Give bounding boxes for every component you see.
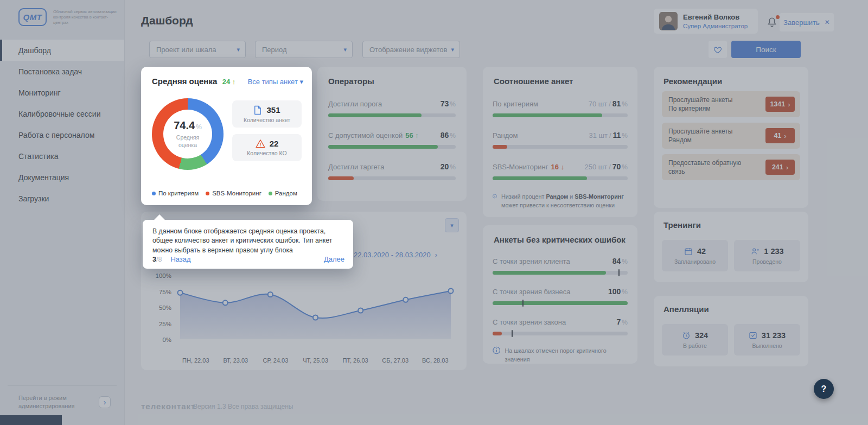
card-title: Средняя оценка: [152, 77, 217, 86]
donut-legend: По критериям SBS-Мониторинг Рандом: [152, 190, 297, 196]
donut-label: Средняя оценка: [170, 134, 205, 149]
average-score-donut-chart: 74.4% Средняя оценка: [152, 98, 224, 170]
stat-value: 22: [270, 139, 279, 148]
tour-step-current: 3: [152, 256, 156, 263]
legend-dot-red: [206, 192, 209, 195]
document-icon: [253, 105, 262, 115]
tour-dim-overlay: [0, 0, 868, 425]
donut-center: 74.4% Средняя оценка: [163, 110, 212, 158]
stat-label: Количество анкет: [244, 117, 290, 123]
tour-step-total: /8: [156, 256, 162, 263]
tour-tooltip: В данном блоке отображается средняя оцен…: [143, 220, 353, 269]
donut-value: 74.4%: [174, 119, 202, 132]
tour-next-link[interactable]: Далее: [324, 255, 344, 263]
average-score-title-group: Средняя оценка 24 ↑: [152, 77, 235, 86]
legend-item-random: Рандом: [269, 190, 297, 196]
type-filter-value: Все типы анкет: [248, 78, 298, 86]
legend-dot-green: [269, 192, 272, 195]
tour-back-link[interactable]: Назад: [170, 255, 190, 263]
app-root: QMT Облачный сервис автоматизации контро…: [0, 0, 868, 425]
questionnaire-type-filter[interactable]: Все типы анкет ▾: [248, 78, 303, 86]
average-score-head: Средняя оценка 24 ↑ Все типы анкет ▾: [141, 67, 312, 86]
questionnaire-count-stat: 351 Количество анкет: [232, 100, 302, 128]
tour-tooltip-footer: 3 /8 Назад Далее: [152, 255, 344, 263]
tour-tooltip-text: В данном блоке отображается средняя оцен…: [143, 220, 353, 255]
legend-item-criteria: По критериям: [152, 190, 199, 196]
chevron-down-icon: ▾: [299, 78, 303, 86]
warning-icon: [256, 139, 265, 148]
arrow-up-icon: ↑: [232, 78, 236, 86]
average-score-card: Средняя оценка 24 ↑ Все типы анкет ▾ 74.…: [141, 67, 312, 205]
stat-value: 351: [266, 105, 280, 115]
critical-errors-stat: 22 Количество КО: [232, 134, 302, 161]
stat-label: Количество КО: [247, 150, 286, 156]
score-delta-badge: 24 ↑: [222, 78, 236, 86]
legend-dot-blue: [152, 192, 156, 195]
help-button[interactable]: ?: [814, 379, 834, 399]
legend-item-sbs: SBS-Мониторинг: [206, 190, 261, 196]
